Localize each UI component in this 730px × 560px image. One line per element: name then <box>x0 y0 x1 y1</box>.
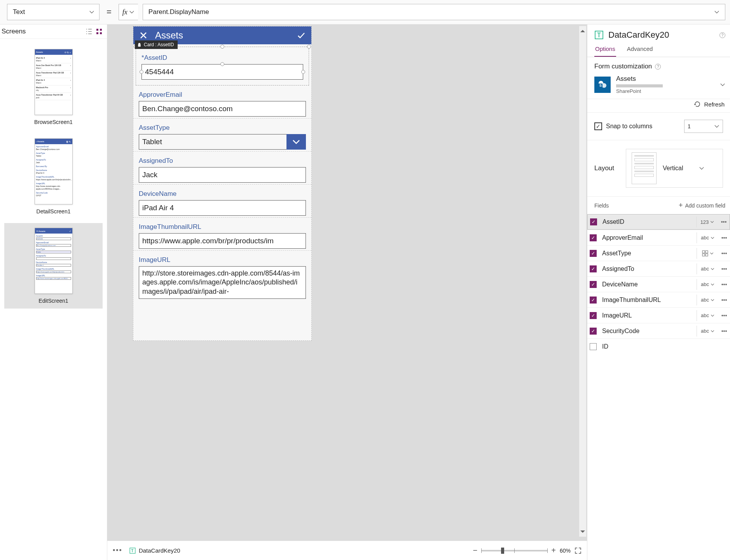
imageurl-input[interactable]: http://store.storeimages.cdn-apple.com/8… <box>139 266 306 299</box>
refresh-button[interactable]: Refresh <box>587 99 730 113</box>
layout-dropdown[interactable]: Vertical <box>626 149 723 188</box>
field-row[interactable]: ✓ApproverEmailabc••• <box>587 230 730 245</box>
field-more-button[interactable]: ••• <box>718 235 730 241</box>
field-checkbox[interactable]: ✓ <box>590 265 597 272</box>
tooltip-text: Card : AssetID <box>144 42 174 47</box>
check-icon[interactable] <box>297 31 306 40</box>
assettype-dropdown[interactable]: Tablet <box>139 134 306 150</box>
field-checkbox[interactable]: ✓ <box>590 234 597 241</box>
field-more-button[interactable]: ••• <box>718 250 730 256</box>
field-name: AssignedTo <box>599 265 697 272</box>
card-imageurl[interactable]: ImageURL http://store.storeimages.cdn-ap… <box>133 250 311 300</box>
field-name: ApproverEmail <box>599 234 697 241</box>
snap-checkbox[interactable] <box>594 122 602 130</box>
form-customization-label: Form customization <box>594 63 652 70</box>
chevron-down-icon <box>292 139 300 145</box>
field-more-button[interactable]: ••• <box>718 281 730 288</box>
chevron-down-icon[interactable] <box>720 82 725 87</box>
svg-rect-2 <box>96 32 98 34</box>
card-approveremail[interactable]: ApproverEmail Ben.Change@contoso.com <box>133 85 311 118</box>
add-custom-label: Add custom field <box>685 202 726 209</box>
formula-bar: Text = fx Parent.DisplayName <box>0 0 730 24</box>
field-type-dropdown[interactable]: 123 <box>696 216 718 227</box>
field-type-dropdown[interactable] <box>697 248 718 259</box>
close-icon[interactable] <box>139 31 148 40</box>
field-row[interactable]: ID <box>587 338 730 354</box>
imagethumbnailurl-input[interactable]: https://www.apple.com/br/pr/products/im <box>139 233 306 249</box>
properties-title: DataCardKey20 <box>608 30 669 40</box>
assetid-input[interactable]: 4545444 <box>141 64 303 80</box>
dropdown-button[interactable] <box>286 134 306 150</box>
field-row[interactable]: ✓SecurityCodeabc••• <box>587 323 730 338</box>
field-checkbox[interactable]: ✓ <box>590 281 597 288</box>
card-assettype[interactable]: AssetType Tablet <box>133 118 311 151</box>
approveremail-input[interactable]: Ben.Change@contoso.com <box>139 101 306 117</box>
screens-panel: Screens Assets⟳ ⇅ + iPad Air 2Miami› Asu… <box>0 24 107 560</box>
sharepoint-icon: S <box>594 77 611 93</box>
card-label: AssetID <box>144 54 168 61</box>
screen-thumb-detail[interactable]: ‹ Assets🗑 ✎ ApproverEmailBen.Change@cont… <box>4 134 103 219</box>
field-checkbox[interactable]: ✓ <box>590 250 597 257</box>
field-type-dropdown[interactable]: abc <box>697 326 718 337</box>
field-checkbox[interactable]: ✓ <box>590 312 597 319</box>
datasource-selector[interactable]: S Assets SharePoint <box>594 75 725 94</box>
assignedto-input[interactable]: Jack <box>139 167 306 183</box>
field-name: SecurityCode <box>599 328 697 335</box>
tab-advanced[interactable]: Advanced <box>626 42 654 57</box>
field-checkbox[interactable]: ✓ <box>590 297 597 304</box>
add-custom-field-button[interactable]: + Add custom field <box>679 201 725 209</box>
field-row[interactable]: ✓AssignedToabc••• <box>587 261 730 276</box>
vertical-scrollbar[interactable] <box>579 26 586 537</box>
field-more-button[interactable]: ••• <box>718 219 730 225</box>
field-type-dropdown[interactable]: abc <box>697 279 718 290</box>
field-type-dropdown[interactable]: abc <box>697 310 718 321</box>
field-checkbox[interactable] <box>590 343 597 350</box>
field-more-button[interactable]: ••• <box>718 312 730 319</box>
field-row[interactable]: ✓DeviceNameabc••• <box>587 276 730 292</box>
status-bar: ••• T DataCardKey20 − + 60% <box>107 541 587 560</box>
breadcrumb[interactable]: T DataCardKey20 <box>129 547 180 554</box>
grid-view-icon[interactable] <box>95 28 103 35</box>
app-canvas[interactable]: Assets Card : AssetID *AssetID 4545444 A… <box>133 26 312 341</box>
list-view-icon[interactable] <box>85 28 93 35</box>
svg-text:T: T <box>131 548 134 553</box>
property-dropdown-value: Text <box>13 8 25 16</box>
screen-thumb-browse[interactable]: Assets⟳ ⇅ + iPad Air 2Miami› Asus Zen Bo… <box>4 44 103 130</box>
field-checkbox[interactable]: ✓ <box>590 328 597 335</box>
field-more-button[interactable]: ••• <box>718 266 730 272</box>
help-icon[interactable]: ? <box>720 32 725 38</box>
field-type-dropdown[interactable]: abc <box>697 295 718 305</box>
zoom-out-button[interactable]: − <box>473 546 478 555</box>
field-more-button[interactable]: ••• <box>718 297 730 303</box>
screen-thumb-edit[interactable]: ✕ Assets✓ AssetID4545444 ApproverEmailBe… <box>4 223 103 309</box>
devicename-input[interactable]: iPad Air 4 <box>139 200 306 216</box>
field-more-button[interactable]: ••• <box>718 328 730 334</box>
svg-rect-14 <box>702 254 705 256</box>
expand-icon[interactable] <box>575 547 582 554</box>
field-row[interactable]: ✓ImageURLabc••• <box>587 307 730 323</box>
field-type-dropdown[interactable]: abc <box>697 263 718 274</box>
tab-options[interactable]: Options <box>594 42 616 57</box>
zoom-slider[interactable] <box>481 550 547 551</box>
selected-card-assetid[interactable]: *AssetID 4545444 <box>136 47 309 85</box>
field-row[interactable]: ✓AssetID123••• <box>587 214 730 230</box>
more-icon[interactable]: ••• <box>113 546 122 555</box>
card-imagethumbnailurl[interactable]: ImageThumbnailURL https://www.apple.com/… <box>133 217 311 250</box>
card-assignedto[interactable]: AssignedTo Jack <box>133 151 311 184</box>
field-checkbox[interactable]: ✓ <box>590 218 597 225</box>
card-devicename[interactable]: DeviceName iPad Air 4 <box>133 184 311 217</box>
property-dropdown[interactable]: Text <box>7 4 100 20</box>
fx-button[interactable]: fx <box>119 4 138 20</box>
zoom-in-button[interactable]: + <box>551 546 556 555</box>
field-row[interactable]: ✓ImageThumbnailURLabc••• <box>587 292 730 307</box>
svg-text:T: T <box>597 32 601 38</box>
snap-columns-dropdown[interactable]: 1 <box>684 120 723 133</box>
field-type-dropdown[interactable]: abc <box>697 232 718 243</box>
layout-label: Layout <box>594 164 614 172</box>
field-row[interactable]: ✓AssetType••• <box>587 245 730 261</box>
refresh-label: Refresh <box>704 101 725 108</box>
formula-input[interactable]: Parent.DisplayName <box>143 4 725 20</box>
breadcrumb-text: DataCardKey20 <box>139 547 180 554</box>
help-icon[interactable]: ? <box>655 64 661 70</box>
card-label: ApproverEmail <box>139 90 306 101</box>
